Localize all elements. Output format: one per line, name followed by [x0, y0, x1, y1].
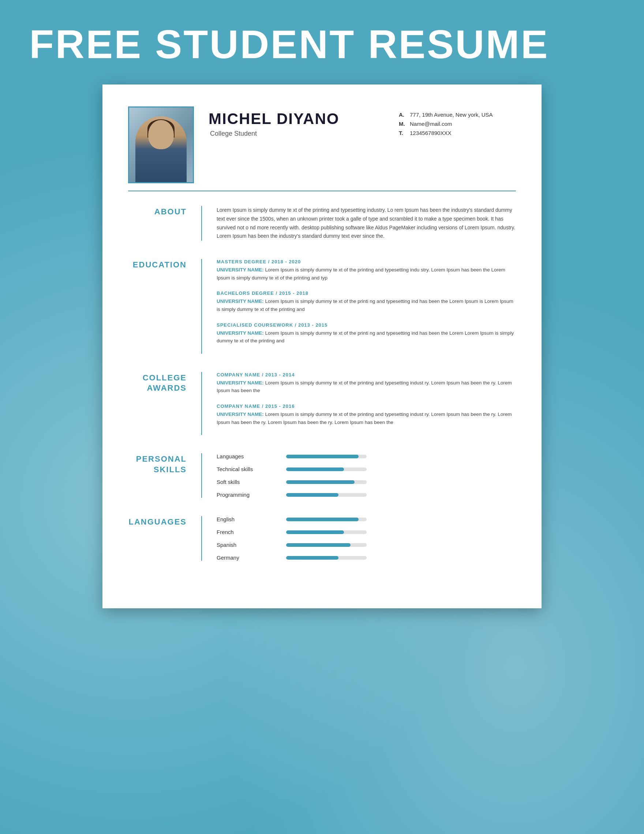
skill-bar-bg — [286, 493, 367, 497]
education-content: MASTERS DEGREE / 2018 - 2020 UNIVERSITY … — [217, 259, 516, 354]
contact-address: A. 777, 19th Avenue, New york, USA — [399, 112, 516, 118]
skill-bar-fill — [286, 493, 338, 497]
language-item: English — [217, 516, 516, 522]
language-name: Spanish — [217, 542, 275, 548]
language-bar-fill — [286, 517, 359, 521]
languages-list: English French Spanish Germany — [217, 516, 516, 561]
person-name: MICHEL DIYANO — [209, 110, 399, 128]
person-title: College Student — [209, 130, 399, 137]
education-item: BACHELORS DEGREE / 2015 - 2018 UNIVERSIT… — [217, 291, 516, 313]
language-item: Spanish — [217, 542, 516, 548]
language-bar-bg — [286, 517, 367, 521]
page-header: FREE STUDENT RESUME — [0, 0, 644, 84]
edu-description: UNIVERSITY NAME: Lorem Ipsum is simply d… — [217, 266, 516, 282]
skill-bar-bg — [286, 467, 367, 471]
resume-card: MICHEL DIYANO College Student A. 777, 19… — [102, 84, 542, 608]
language-bar-fill — [286, 530, 344, 534]
award-description: UNIVERSITY NAME: Lorem Ipsum is simply d… — [217, 379, 516, 395]
personal-skills-section: PERSONAL SKILLS Languages Technical skil… — [128, 453, 516, 498]
education-section: EDUCATION MASTERS DEGREE / 2018 - 2020 U… — [128, 259, 516, 354]
award-description: UNIVERSITY NAME: Lorem Ipsum is simply d… — [217, 411, 516, 426]
phone-value: 1234567890XXX — [410, 130, 451, 136]
skill-bar-bg — [286, 480, 367, 484]
education-label-text: EDUCATION — [133, 260, 187, 269]
about-divider — [201, 206, 202, 241]
languages-section: LANGUAGES English French Spanish Germany — [128, 516, 516, 561]
skills-list: Languages Technical skills Soft skills P… — [217, 453, 516, 498]
language-name: French — [217, 529, 275, 535]
name-section: MICHEL DIYANO College Student — [209, 107, 399, 137]
education-item: MASTERS DEGREE / 2018 - 2020 UNIVERSITY … — [217, 259, 516, 282]
language-bar-fill — [286, 556, 338, 560]
skill-item: Technical skills — [217, 466, 516, 472]
skill-bar-fill — [286, 480, 354, 484]
college-awards-label: COLLEGE AWARDS — [128, 372, 201, 394]
personal-skills-label: PERSONAL SKILLS — [128, 453, 201, 475]
skill-name: Programming — [217, 491, 275, 498]
email-label: M. — [399, 121, 406, 127]
college-awards-divider — [201, 372, 202, 435]
skill-item: Programming — [217, 491, 516, 498]
about-content: Lorem Ipsum is simply dummy te xt of the… — [217, 206, 516, 241]
education-divider — [201, 259, 202, 354]
language-name: English — [217, 516, 275, 522]
education-item: SPECIALISED COURSEWORK / 2013 - 2015 UNI… — [217, 322, 516, 345]
language-item: Germany — [217, 554, 516, 561]
college-awards-label-text: COLLEGE AWARDS — [143, 373, 187, 393]
address-label: A. — [399, 112, 406, 118]
address-value: 777, 19th Avenue, New york, USA — [410, 112, 493, 118]
page-title: FREE STUDENT RESUME — [29, 22, 615, 66]
language-bar-bg — [286, 556, 367, 560]
edu-degree: MASTERS DEGREE / 2018 - 2020 — [217, 259, 516, 265]
contact-email: M. Name@mail.com — [399, 121, 516, 127]
personal-skills-divider — [201, 453, 202, 498]
skill-bar-bg — [286, 455, 367, 458]
edu-degree: BACHELORS DEGREE / 2015 - 2018 — [217, 291, 516, 296]
languages-divider — [201, 516, 202, 561]
skill-name: Technical skills — [217, 466, 275, 472]
award-degree: COMPANY NAME / 2015 - 2016 — [217, 404, 516, 409]
edu-description: UNIVERSITY NAME: Lorem Ipsum is simply d… — [217, 329, 516, 345]
award-item: COMPANY NAME / 2015 - 2016 UNIVERSITY NA… — [217, 404, 516, 426]
languages-label-text: LANGUAGES — [128, 517, 187, 526]
award-item: COMPANY NAME / 2013 - 2014 UNIVERSITY NA… — [217, 372, 516, 395]
email-value: Name@mail.com — [410, 121, 452, 127]
about-label-text: ABOUT — [154, 207, 187, 216]
language-name: Germany — [217, 554, 275, 561]
education-label: EDUCATION — [128, 259, 201, 270]
personal-skills-content: Languages Technical skills Soft skills P… — [217, 453, 516, 498]
about-label: ABOUT — [128, 206, 201, 217]
skill-item: Languages — [217, 453, 516, 459]
resume-header: MICHEL DIYANO College Student A. 777, 19… — [128, 107, 516, 191]
phone-label: T. — [399, 130, 406, 136]
personal-skills-label-text: PERSONAL SKILLS — [136, 454, 187, 474]
edu-description: UNIVERSITY NAME: Lorem Ipsum is simply d… — [217, 297, 516, 313]
languages-label: LANGUAGES — [128, 516, 201, 527]
profile-photo — [128, 107, 194, 183]
skill-name: Soft skills — [217, 479, 275, 485]
language-bar-bg — [286, 543, 367, 547]
languages-content: English French Spanish Germany — [217, 516, 516, 561]
contact-phone: T. 1234567890XXX — [399, 130, 516, 136]
skill-bar-fill — [286, 455, 359, 458]
resume-body: ABOUT Lorem Ipsum is simply dummy te xt … — [128, 206, 516, 579]
language-bar-fill — [286, 543, 351, 547]
college-awards-section: COLLEGE AWARDS COMPANY NAME / 2013 - 201… — [128, 372, 516, 435]
award-degree: COMPANY NAME / 2013 - 2014 — [217, 372, 516, 378]
skill-name: Languages — [217, 453, 275, 459]
skill-item: Soft skills — [217, 479, 516, 485]
college-awards-content: COMPANY NAME / 2013 - 2014 UNIVERSITY NA… — [217, 372, 516, 435]
about-section: ABOUT Lorem Ipsum is simply dummy te xt … — [128, 206, 516, 241]
about-text: Lorem Ipsum is simply dummy te xt of the… — [217, 206, 516, 241]
language-bar-bg — [286, 530, 367, 534]
contact-section: A. 777, 19th Avenue, New york, USA M. Na… — [399, 107, 516, 136]
edu-degree: SPECIALISED COURSEWORK / 2013 - 2015 — [217, 322, 516, 328]
skill-bar-fill — [286, 467, 344, 471]
language-item: French — [217, 529, 516, 535]
